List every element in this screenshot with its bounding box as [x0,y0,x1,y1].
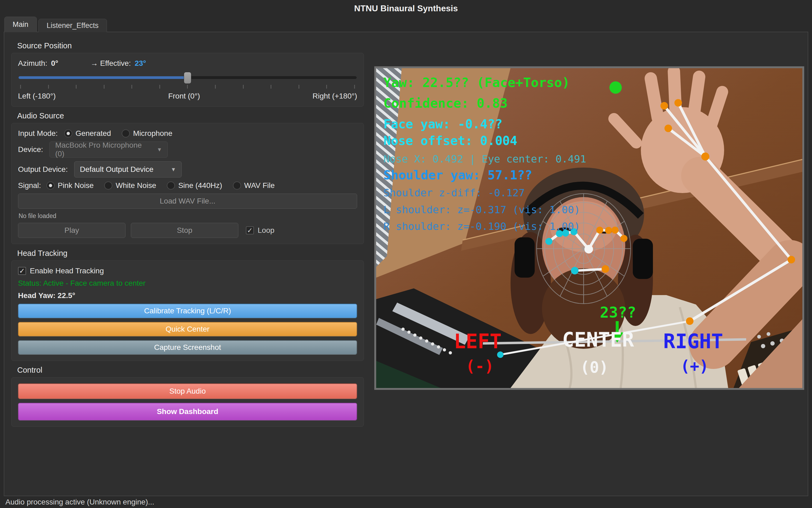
input-device-dropdown[interactable]: MacBook Pro Microphone (0) ▼ [49,141,168,158]
radio-microphone-label: Microphone [133,129,172,138]
enable-tracking-label: Enable Head Tracking [30,267,104,275]
source-position-box: Azimuth: 0° → Effective: 23° Left (-180°… [11,53,364,107]
radio-white-noise-label: White Noise [116,181,156,190]
azimuth-slider[interactable] [18,72,356,84]
nose-landmark-dot [584,245,593,253]
overlay-l-shoulder-text: L shoulder: z=-0.317 (vis: 1.00) [383,204,580,216]
slider-front-label: Front (0°) [168,92,200,100]
overlay-confidence-text: Confidence: 0.83 [383,95,508,111]
audio-source-heading: Audio Source [17,112,364,120]
radio-sine-label: Sine (440Hz) [178,181,222,190]
loop-label: Loop [258,226,274,235]
radio-pink-noise[interactable] [46,181,54,189]
overlay-target-angle-text: 23?? [600,303,636,321]
tab-listener-effects-label: Listener_Effects [47,22,99,30]
radio-white-noise[interactable] [104,181,112,189]
dropdown-arrow-icon: ▼ [157,146,162,153]
show-dashboard-button[interactable]: Show Dashboard [18,403,357,420]
effective-label: → Effective: [90,59,131,68]
slider-ticks [20,85,355,89]
radio-microphone[interactable] [122,129,130,137]
input-mode-label: Input Mode: [18,129,58,138]
tracking-indicator-dot [609,81,622,94]
radio-pink-noise-label: Pink Noise [58,181,94,190]
status-bar: Audio processing active (Unknown engine)… [0,496,812,508]
enable-tracking-row: ✓ Enable Head Tracking [18,267,357,275]
overlay-right-sub: (+) [681,357,709,375]
source-position-heading: Source Position [17,41,364,50]
signal-row: Signal: Pink Noise White Noise Sine (440… [18,181,357,190]
load-wav-button[interactable]: Load WAV File... [18,194,357,209]
play-button[interactable]: Play [18,223,125,238]
headphone-right-earcup [633,239,653,279]
stop-button[interactable]: Stop [131,223,238,238]
file-status-text: No file loaded [18,212,357,220]
overlay-left-label: LEFT [454,330,502,353]
calibrate-tracking-button[interactable]: Calibrate Tracking (L/C/R) [18,304,357,318]
radio-generated[interactable] [64,129,72,137]
overlay-center-sub: (0) [580,358,609,376]
head-yaw-value: Head Yaw: 22.5° [18,291,75,300]
overlay-r-shoulder-text: R shoulder: z=-0.190 (vis: 1.00) [383,220,580,232]
radio-wav-file-label: WAV File [244,181,275,190]
output-device-value: Default Output Device [80,165,153,174]
window-title: NTNU Binaural Synthesis [354,3,458,13]
azimuth-label: Azimuth: [18,59,47,68]
webcam-scene: Yaw: 22.5?? (Face+Torso) Confidence: 0.8… [376,68,802,388]
control-column: Source Position Azimuth: 0° → Effective:… [11,37,364,427]
azimuth-value: 0° [51,59,58,68]
signal-label: Signal: [18,181,41,190]
stop-audio-button[interactable]: Stop Audio [18,383,357,399]
enable-tracking-checkbox[interactable]: ✓ [18,267,26,275]
tracking-status-text: Status: Active - Face camera to center [18,279,146,288]
effective-value: 23° [134,59,146,68]
app-window: NTNU Binaural Synthesis Main Listener_Ef… [0,0,812,508]
headphone-left-earcup [514,237,535,278]
tab-bar: Main Listener_Effects [4,17,107,32]
quick-center-button[interactable]: Quick Center [18,322,357,336]
webcam-view: Yaw: 22.5?? (Face+Torso) Confidence: 0.8… [374,66,804,390]
main-tab-pane: Source Position Azimuth: 0° → Effective:… [4,32,808,496]
audio-source-box: Input Mode: Generated Microphone Device:… [11,123,364,244]
loop-checkbox[interactable]: ✓ [246,226,254,235]
status-bar-text: Audio processing active (Unknown engine)… [5,498,154,506]
transport-row: Play Stop ✓ Loop [18,223,357,238]
capture-screenshot-button[interactable]: Capture Screenshot [18,340,357,355]
input-mode-row: Input Mode: Generated Microphone [18,129,357,138]
device-row: Device: MacBook Pro Microphone (0) ▼ [18,141,357,158]
radio-sine[interactable] [167,181,175,189]
overlay-shoulder-yaw-text: Shoulder yaw: 57.1?? [383,168,532,182]
head-tracking-heading: Head Tracking [17,249,364,258]
overlay-right-label: RIGHT [663,330,723,353]
control-box: Stop Audio Show Dashboard [11,377,364,427]
title-bar: NTNU Binaural Synthesis [0,0,812,17]
slider-labels: Left (-180°) Front (0°) Right (+180°) [18,92,357,100]
output-device-dropdown[interactable]: Default Output Device ▼ [74,161,182,177]
radio-generated-label: Generated [76,129,111,138]
slider-right-label: Right (+180°) [312,92,357,100]
tab-main-label: Main [13,20,29,29]
azimuth-row: Azimuth: 0° → Effective: 23° [18,59,357,68]
dropdown-arrow-icon: ▼ [170,166,176,173]
radio-wav-file[interactable] [233,181,241,189]
azimuth-slider-fill [18,76,188,79]
overlay-shoulder-zdiff-text: Shoulder z-diff: -0.127 [383,187,525,199]
output-device-label: Output Device: [18,165,68,174]
overlay-yaw-text: Yaw: 22.5?? (Face+Torso) [383,75,570,90]
output-device-row: Output Device: Default Output Device ▼ [18,161,357,177]
control-heading: Control [17,366,364,375]
slider-left-label: Left (-180°) [18,92,55,100]
device-label: Device: [18,145,43,154]
azimuth-slider-handle[interactable] [184,72,191,84]
overlay-nose-offset-text: Nose offset: 0.004 [383,133,517,148]
overlay-left-sub: (-) [466,357,494,375]
tab-listener-effects[interactable]: Listener_Effects [38,19,107,32]
input-device-value: MacBook Pro Microphone (0) [55,141,149,158]
head-tracking-box: ✓ Enable Head Tracking Status: Active - … [11,260,364,361]
tab-main[interactable]: Main [4,17,37,32]
overlay-face-yaw-text: Face yaw: -0.4?? [383,117,502,131]
overlay-center-label: CENTER [562,328,634,351]
overlay-nose-eye-text: Nose X: 0.492 | Eye center: 0.491 [383,153,586,165]
